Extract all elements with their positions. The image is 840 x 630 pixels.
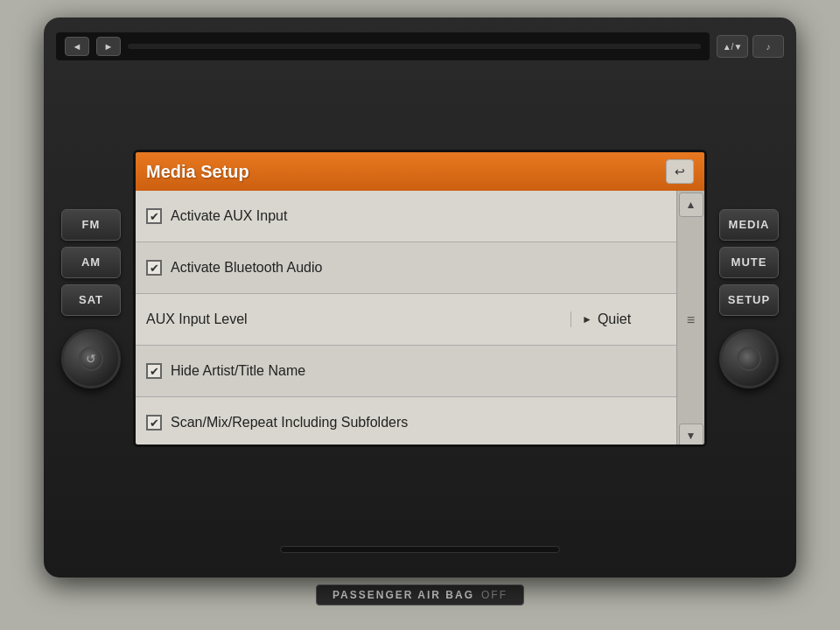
aux-level-value[interactable]: ► Quiet (571, 312, 676, 327)
left-knob[interactable]: ↺ (61, 329, 121, 388)
scroll-handle[interactable]: ≡ (679, 308, 704, 332)
back-button[interactable]: ↩ (666, 159, 694, 184)
scan-mix-item[interactable]: ✔ Scan/Mix/Repeat Including Subfolders (136, 397, 676, 447)
scroll-up-button[interactable]: ▲ (679, 192, 704, 217)
cd-slot (128, 44, 701, 49)
music-button[interactable]: ♪ (752, 35, 784, 58)
airbag-label: PASSENGER AIR BAG (332, 589, 474, 601)
cd-slot-bottom (280, 546, 560, 553)
main-row: FM AM SAT ↺ Media Setup ↩ ✔ Activate AUX… (56, 70, 784, 527)
aux-level-item[interactable]: AUX Input Level ► Quiet (136, 294, 676, 346)
scan-mix-label: Scan/Mix/Repeat Including Subfolders (171, 415, 408, 430)
am-button[interactable]: AM (61, 247, 121, 278)
fm-button[interactable]: FM (61, 209, 121, 241)
hide-artist-label: Hide Artist/Title Name (171, 363, 305, 379)
right-knob[interactable] (719, 329, 779, 388)
car-radio-panel: ◄ ► ▲/▼ ♪ FM AM SAT ↺ Media Setup ↩ (44, 18, 796, 578)
aux-input-item[interactable]: ✔ Activate AUX Input (136, 191, 676, 242)
bluetooth-audio-checkbox[interactable]: ✔ (146, 260, 162, 276)
bluetooth-audio-item[interactable]: ✔ Activate Bluetooth Audio (136, 242, 676, 294)
aux-level-label: AUX Input Level (136, 312, 571, 327)
media-button[interactable]: MEDIA (719, 209, 779, 241)
scan-mix-checkbox[interactable]: ✔ (146, 415, 162, 430)
menu-list: ✔ Activate AUX Input ✔ Activate Bluetoot… (136, 191, 676, 447)
airbag-status: OFF (481, 589, 508, 601)
airbag-text-container: PASSENGER AIR BAG OFF (316, 584, 524, 606)
hide-artist-item[interactable]: ✔ Hide Artist/Title Name (136, 346, 676, 397)
bottom-strip (56, 534, 784, 565)
left-controls: FM AM SAT ↺ (56, 209, 126, 388)
scroll-down-button[interactable]: ▼ (679, 424, 704, 447)
cd-area: ◄ ► (56, 32, 710, 60)
aux-input-label: Activate AUX Input (171, 208, 287, 224)
left-knob-inner: ↺ (79, 346, 103, 371)
setup-button[interactable]: SETUP (719, 284, 779, 316)
play-icon: ► (582, 313, 592, 326)
aux-level-text: Quiet (598, 312, 631, 327)
screen-header: Media Setup ↩ (136, 152, 704, 191)
scrollbar: ▲ ≡ ▼ (676, 191, 704, 447)
bluetooth-audio-label: Activate Bluetooth Audio (171, 260, 322, 276)
hide-artist-checkbox[interactable]: ✔ (146, 363, 162, 379)
screen-title: Media Setup (146, 162, 249, 182)
top-strip: ◄ ► ▲/▼ ♪ (56, 30, 784, 63)
sat-button[interactable]: SAT (61, 284, 121, 316)
aux-input-checkbox[interactable]: ✔ (146, 208, 162, 224)
passenger-airbag-bar: PASSENGER AIR BAG OFF (0, 578, 840, 612)
right-knob-inner (737, 346, 761, 371)
top-right-buttons: ▲/▼ ♪ (717, 35, 784, 58)
eq-button[interactable]: ▲/▼ (717, 35, 748, 58)
right-controls: MEDIA MUTE SETUP (714, 209, 784, 388)
screen-content: ✔ Activate AUX Input ✔ Activate Bluetoot… (136, 191, 704, 447)
next-track-button[interactable]: ► (96, 37, 121, 56)
mute-button[interactable]: MUTE (719, 247, 779, 278)
prev-track-button[interactable]: ◄ (65, 37, 89, 56)
screen: Media Setup ↩ ✔ Activate AUX Input ✔ Act… (133, 150, 707, 447)
